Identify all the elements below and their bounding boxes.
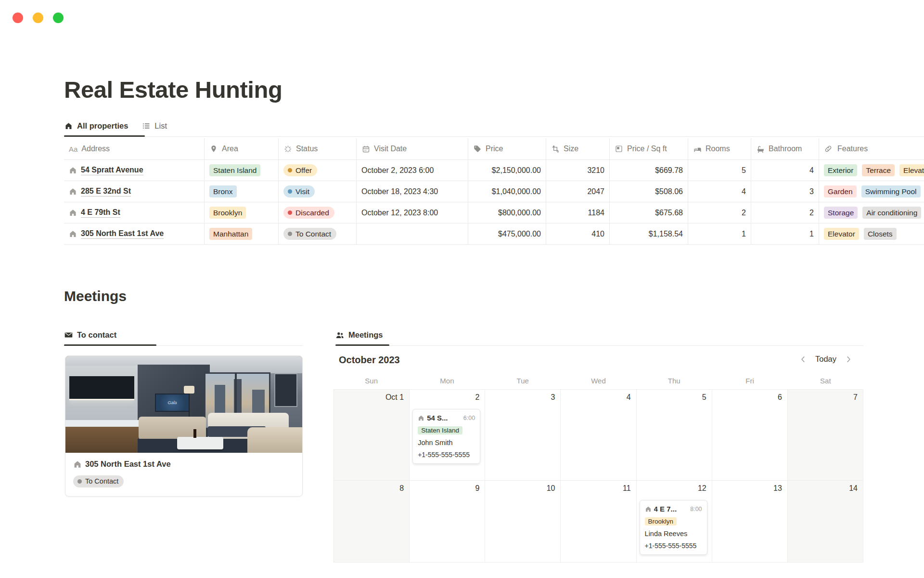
tab-all-properties[interactable]: All properties bbox=[64, 121, 128, 136]
visit-date-cell[interactable] bbox=[357, 223, 468, 244]
event-phone-link[interactable]: +1-555-555-5555 bbox=[418, 451, 475, 459]
price-sqft-cell[interactable]: $1,158.54 bbox=[610, 223, 688, 244]
area-cell[interactable]: Manhattan bbox=[205, 223, 279, 244]
close-window-button[interactable] bbox=[13, 13, 23, 23]
status-cell[interactable]: Discarded bbox=[279, 202, 357, 223]
column-header-price[interactable]: Price bbox=[468, 138, 546, 159]
calendar-day-cell[interactable]: 11 bbox=[561, 481, 636, 563]
zoom-window-button[interactable] bbox=[53, 13, 64, 23]
next-month-button[interactable] bbox=[844, 355, 853, 364]
address-link[interactable]: 54 Spratt Avenue bbox=[81, 166, 143, 175]
calendar-day-cell[interactable]: 4 bbox=[561, 390, 636, 481]
tab-list[interactable]: List bbox=[141, 121, 167, 136]
weekday-label: Tue bbox=[485, 377, 561, 385]
column-header-size[interactable]: Size bbox=[546, 138, 610, 159]
contact-view-tabs: To contact bbox=[64, 330, 116, 345]
calendar-event-card[interactable]: 4 E 7... 8:00 Brooklyn Linda Reeves +1-5… bbox=[640, 500, 707, 555]
calendar-day-cell[interactable]: 6 bbox=[712, 390, 788, 481]
table-row: 54 Spratt Avenue Staten Island Offer Oct… bbox=[64, 160, 924, 181]
status-dot bbox=[288, 168, 292, 172]
price-sqft-cell[interactable]: $508.06 bbox=[610, 181, 688, 202]
column-header-price-sqft[interactable]: Price / Sq ft bbox=[610, 138, 688, 159]
area-cell[interactable]: Brooklyn bbox=[205, 202, 279, 223]
address-cell[interactable]: 305 North East 1st Ave bbox=[64, 223, 205, 244]
minimize-window-button[interactable] bbox=[33, 13, 43, 23]
previous-month-button[interactable] bbox=[799, 355, 808, 364]
status-cell[interactable]: Offer bbox=[279, 160, 357, 181]
size-cell[interactable]: 1184 bbox=[546, 202, 610, 223]
event-phone-link[interactable]: +1-555-555-5555 bbox=[645, 542, 702, 550]
calendar-day-cell[interactable]: 10 bbox=[485, 481, 561, 563]
address-cell[interactable]: 4 E 79th St bbox=[64, 202, 205, 223]
calendar-day-cell[interactable]: 12 4 E 7... 8:00 Brooklyn Linda Reeves +… bbox=[637, 481, 712, 563]
price-sqft-cell[interactable]: $669.78 bbox=[610, 160, 688, 181]
calendar-view-tabs: Meetings bbox=[335, 330, 383, 345]
calendar-event-card[interactable]: 54 S... 6:00 Staten Island John Smith +1… bbox=[412, 409, 480, 464]
column-label: Price bbox=[486, 144, 503, 153]
tab-meetings-label: Meetings bbox=[348, 330, 383, 340]
rooms-cell[interactable]: 5 bbox=[688, 160, 751, 181]
feature-tag: Air conditioning bbox=[862, 207, 921, 219]
bathroom-cell[interactable]: 2 bbox=[751, 202, 819, 223]
price-sqft-cell[interactable]: $675.68 bbox=[610, 202, 688, 223]
calendar-day-cell[interactable]: 13 bbox=[712, 481, 788, 563]
size-cell[interactable]: 2047 bbox=[546, 181, 610, 202]
area-cell[interactable]: Bronx bbox=[205, 181, 279, 202]
today-button[interactable]: Today bbox=[815, 355, 836, 364]
status-cell[interactable]: To Contact bbox=[279, 223, 357, 244]
price-cell[interactable]: $800,000.00 bbox=[468, 202, 546, 223]
card-address: 305 North East 1st Ave bbox=[85, 460, 171, 469]
area-cell[interactable]: Staten Island bbox=[205, 160, 279, 181]
column-header-features[interactable]: Features bbox=[819, 138, 924, 159]
features-cell[interactable]: Garden Swimming Pool bbox=[819, 181, 924, 202]
calendar-day-cell[interactable]: Oct 1 bbox=[334, 390, 410, 481]
column-header-address[interactable]: Aa Address bbox=[64, 138, 205, 159]
address-cell[interactable]: 285 E 32nd St bbox=[64, 181, 205, 202]
calendar-week-row: 8 9 10 11 12 4 E 7... 8:00 Brooklyn Lind… bbox=[334, 481, 863, 563]
price-cell[interactable]: $1,040,000.00 bbox=[468, 181, 546, 202]
visit-date-cell[interactable]: October 18, 2023 4:30 bbox=[357, 181, 468, 202]
status-dot bbox=[288, 232, 292, 236]
address-link[interactable]: 4 E 79th St bbox=[81, 208, 120, 218]
properties-view-tabs: All properties List bbox=[64, 121, 167, 136]
status-cell[interactable]: Visit bbox=[279, 181, 357, 202]
visit-date-cell[interactable]: October 12, 2023 8:00 bbox=[357, 202, 468, 223]
calendar-day-cell[interactable]: 9 bbox=[410, 481, 485, 563]
column-header-visit-date[interactable]: Visit Date bbox=[357, 138, 468, 159]
feature-tag: Elevator bbox=[899, 164, 924, 176]
column-header-area[interactable]: Area bbox=[205, 138, 279, 159]
address-cell[interactable]: 54 Spratt Avenue bbox=[64, 160, 205, 181]
bathroom-cell[interactable]: 4 bbox=[751, 160, 819, 181]
features-cell[interactable]: Exterior Terrace Elevator bbox=[819, 160, 924, 181]
calendar-day-cell[interactable]: 7 bbox=[788, 390, 863, 481]
address-link[interactable]: 285 E 32nd St bbox=[81, 187, 131, 197]
calendar-day-cell[interactable]: 5 bbox=[637, 390, 712, 481]
tab-to-contact[interactable]: To contact bbox=[64, 330, 116, 345]
features-cell[interactable]: Storage Air conditioning bbox=[819, 202, 924, 223]
calendar-month-label: October 2023 bbox=[339, 355, 400, 366]
calendar-day-cell[interactable]: 8 bbox=[334, 481, 410, 563]
size-cell[interactable]: 410 bbox=[546, 223, 610, 244]
price-cell[interactable]: $475,000.00 bbox=[468, 223, 546, 244]
address-link[interactable]: 305 North East 1st Ave bbox=[81, 229, 164, 239]
column-header-status[interactable]: Status bbox=[279, 138, 357, 159]
calendar-day-cell[interactable]: 3 bbox=[485, 390, 561, 481]
rooms-cell[interactable]: 2 bbox=[688, 202, 751, 223]
calendar-day-cell[interactable]: 14 bbox=[788, 481, 863, 563]
table-header-row: Aa Address Area Status Visit Date Price bbox=[64, 138, 924, 160]
rooms-cell[interactable]: 4 bbox=[688, 181, 751, 202]
feature-tag: Garden bbox=[824, 185, 857, 197]
bathroom-cell[interactable]: 3 bbox=[751, 181, 819, 202]
column-header-bathroom[interactable]: Bathroom bbox=[751, 138, 819, 159]
column-header-rooms[interactable]: Rooms bbox=[688, 138, 751, 159]
column-label: Size bbox=[564, 144, 578, 153]
calendar-day-cell[interactable]: 2 54 S... 6:00 Staten Island John Smith … bbox=[410, 390, 485, 481]
size-cell[interactable]: 3210 bbox=[546, 160, 610, 181]
price-cell[interactable]: $2,150,000.00 bbox=[468, 160, 546, 181]
visit-date-cell[interactable]: October 2, 2023 6:00 bbox=[357, 160, 468, 181]
tab-meetings[interactable]: Meetings bbox=[335, 330, 383, 345]
contact-property-card[interactable]: Gala 305 North East 1st Ave To Contact bbox=[65, 355, 303, 497]
bathroom-cell[interactable]: 1 bbox=[751, 223, 819, 244]
features-cell[interactable]: Elevator Closets bbox=[819, 223, 924, 244]
rooms-cell[interactable]: 1 bbox=[688, 223, 751, 244]
